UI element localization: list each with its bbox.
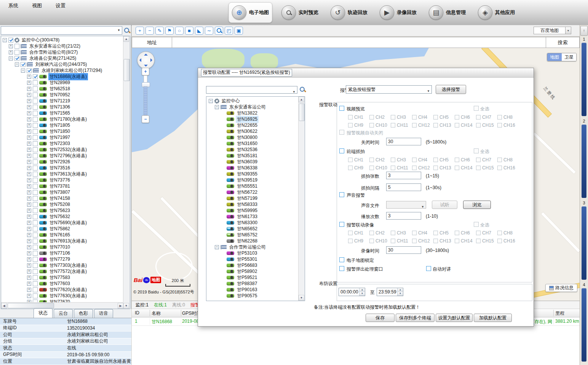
channel-checkbox-CH4[interactable] [412,115,417,120]
channel-checkbox-CH11[interactable] [391,123,395,128]
tree-checkbox[interactable] [33,117,38,122]
record-linkage-checkbox[interactable] [339,222,344,227]
channel-checkbox-CH15[interactable] [476,123,481,128]
rect-select-icon[interactable]: ■ [185,27,193,35]
channel-checkbox-CH3[interactable] [391,231,395,235]
channel-checkbox-CH6[interactable] [455,158,459,162]
scroll-right-icon[interactable]: ▶ [118,303,123,309]
expander-toggle[interactable]: + [9,44,13,48]
scroll-left-icon[interactable]: ◀ [1,303,7,309]
tree-checkbox[interactable] [33,257,38,262]
close-time-input[interactable] [386,138,421,145]
expander-toggle[interactable]: + [27,263,31,268]
scroll-up-icon[interactable]: ▲ [123,36,129,42]
expander-toggle[interactable]: + [27,184,31,188]
alarm-popup-checkbox[interactable] [339,266,344,271]
expander-toggle[interactable]: + [27,99,31,103]
toolbar-button-录像回放[interactable]: ▶录像回放 [377,3,420,22]
tree-checkbox[interactable] [33,135,38,140]
save-icon[interactable]: ▣ [235,27,243,35]
listen-button[interactable]: 试听 [432,201,457,209]
channel-checkbox-CH12[interactable] [412,123,417,128]
dock-video-bar[interactable] [582,43,586,116]
channel-checkbox-CH8[interactable] [497,231,502,235]
tree-checkbox[interactable] [33,214,38,219]
tree-checkbox[interactable] [33,208,38,213]
map-provider-value[interactable]: 百度地图 [534,27,566,34]
tree-checkbox[interactable] [14,50,19,55]
expander-toggle[interactable]: + [27,251,31,255]
fullscreen-icon[interactable]: ◰ [225,27,233,35]
channel-checkbox-CH11[interactable] [391,166,395,170]
sound-file-select[interactable]: ▼ [386,201,426,209]
tab-云台[interactable]: 云台 [54,309,73,318]
channel-checkbox-CH3[interactable] [391,158,395,162]
tree-checkbox[interactable] [33,233,38,237]
tree-checkbox[interactable] [33,239,38,244]
chevron-down-icon[interactable]: ▼ [117,29,120,32]
map-search-button[interactable]: 搜索 [546,37,580,48]
spin-up-icon[interactable]: ▲ [398,288,403,292]
channel-checkbox-CH16[interactable] [497,166,502,170]
tree-checkbox[interactable] [33,80,38,85]
dock-video-bar[interactable] [582,288,586,362]
map-zoom-out-button[interactable]: − [142,115,149,123]
scroll-down-icon[interactable]: ▼ [123,303,129,309]
expander-toggle[interactable]: + [27,178,31,182]
expander-toggle[interactable]: + [27,172,31,176]
expander-toggle[interactable]: + [27,81,31,85]
map-provider-combo[interactable]: 百度地图 ▼ [534,27,571,34]
expander-toggle[interactable]: + [27,233,31,237]
spin-down-icon[interactable]: ▼ [360,292,365,296]
expander-toggle[interactable]: + [27,209,31,213]
expander-toggle[interactable]: + [27,269,31,274]
tree-checkbox[interactable] [33,159,38,164]
search-icon[interactable] [124,27,130,34]
expand-dock-button[interactable]: ↑ [580,26,588,36]
menu-item-视图[interactable]: 视图 [30,2,43,10]
expander-toggle[interactable]: − [3,38,7,42]
chevron-down-icon[interactable]: ▼ [427,88,430,94]
tree-vertical-scrollbar[interactable]: ▲ ▼ [298,97,305,301]
channel-checkbox-CH12[interactable] [412,166,417,170]
channel-checkbox-CH1[interactable] [348,115,353,120]
tab-色彩[interactable]: 色彩 [74,309,93,318]
expander-toggle[interactable]: + [27,148,31,152]
sound-alarm-checkbox[interactable] [339,192,344,197]
expander-toggle[interactable]: + [27,117,31,121]
channel-checkbox-CH10[interactable] [369,166,374,170]
expander-toggle[interactable]: + [27,215,31,219]
tree-checkbox[interactable] [33,178,38,183]
channel-checkbox-CH12[interactable] [412,239,417,243]
tree-checkbox[interactable] [33,226,38,231]
layer-map-button[interactable]: 地图 [547,53,562,61]
zoom-out-icon[interactable]: − [145,27,154,35]
map-zoom-track[interactable] [144,86,147,115]
channel-checkbox-CH16[interactable] [497,123,502,128]
defense-start-time[interactable]: 00:00:00 ▲▼ [339,288,365,296]
expander-toggle[interactable]: + [27,123,31,128]
dock-video-bar[interactable] [582,206,586,280]
expander-toggle[interactable]: + [27,105,31,109]
auto-intercom-checkbox[interactable] [426,266,431,271]
spin-up-icon[interactable]: ▲ [360,288,365,292]
polyline-icon[interactable]: ∼ [205,27,213,35]
tree-item[interactable]: 甘P90575 [207,293,298,299]
pan-down-icon[interactable] [144,65,148,67]
channel-checkbox-CH13[interactable] [433,123,438,128]
magnifier-icon[interactable] [215,27,223,35]
channel-checkbox-CH9[interactable] [348,123,353,128]
pan-left-icon[interactable] [139,58,141,62]
tree-checkbox[interactable] [33,202,38,207]
expander-toggle[interactable]: + [27,282,31,286]
tree-checkbox[interactable] [33,269,38,274]
channel-checkbox-CH9[interactable] [348,239,353,243]
expander-toggle[interactable]: + [27,93,31,97]
channel-checkbox-CH8[interactable] [497,158,502,162]
channel-checkbox-CH13[interactable] [433,239,438,243]
expander-toggle[interactable]: + [27,202,31,207]
pan-up-icon[interactable] [144,54,148,56]
snap-count-input[interactable] [386,172,421,179]
tree-checkbox[interactable] [33,99,38,104]
channel-checkbox-CH13[interactable] [433,166,438,170]
